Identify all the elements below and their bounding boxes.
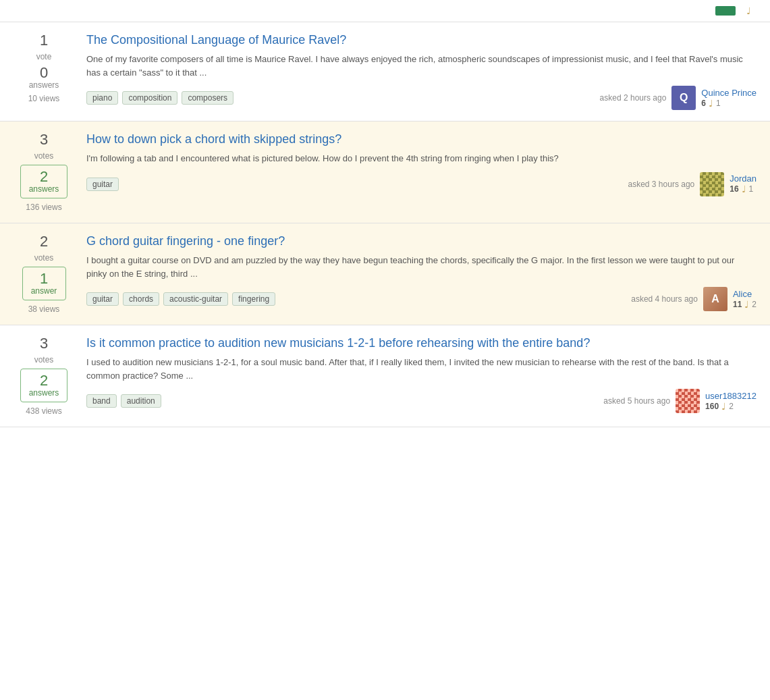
asked-time: asked 2 hours ago bbox=[600, 93, 667, 103]
user-name[interactable]: Alice bbox=[733, 289, 752, 299]
tag[interactable]: audition bbox=[121, 394, 161, 408]
user-details: user1883212 160 ♩ 2 bbox=[705, 391, 757, 412]
question-excerpt: I bought a guitar course on DVD and am p… bbox=[86, 254, 757, 280]
answer-zero: 0 bbox=[40, 65, 48, 80]
avatar bbox=[700, 172, 724, 196]
tags-and-user: guitar asked 3 hours ago Jordan 16 ♩ 1 bbox=[86, 172, 757, 196]
question-item: 1 vote 0 answers 10 views The Compositio… bbox=[0, 22, 770, 122]
answer-label: answers bbox=[29, 184, 59, 194]
question-excerpt: I'm following a tab and I encountered wh… bbox=[86, 152, 757, 165]
answer-number: 2 bbox=[40, 169, 48, 184]
music-note-icon: ♩ bbox=[721, 401, 726, 412]
answer-number: 2 bbox=[40, 373, 48, 388]
tags: pianocompositioncomposers bbox=[86, 91, 233, 105]
music-note-icon: ♩ bbox=[742, 184, 746, 194]
avatar: A bbox=[703, 287, 727, 311]
question-stats: 3 votes 2 answers 136 views bbox=[13, 132, 74, 212]
user-rep-info: 6 ♩ 1 bbox=[701, 98, 757, 109]
user-details: Alice 11 ♩ 2 bbox=[733, 289, 757, 310]
views-count: 438 views bbox=[26, 406, 61, 416]
badge-count: 1 bbox=[716, 99, 721, 108]
tag[interactable]: guitar bbox=[86, 178, 119, 191]
user-name[interactable]: Jordan bbox=[730, 173, 757, 184]
question-excerpt: One of my favorite composers of all time… bbox=[86, 53, 757, 79]
rep-number: 6 bbox=[701, 99, 706, 108]
user-info: asked 5 hours ago user1883212 160 ♩ 2 bbox=[603, 389, 757, 413]
user-name[interactable]: user1883212 bbox=[705, 391, 757, 401]
user-rep-info: 16 ♩ 1 bbox=[730, 184, 757, 194]
question-title[interactable]: Is it common practice to audition new mu… bbox=[86, 336, 757, 350]
user-info: asked 3 hours ago Jordan 16 ♩ 1 bbox=[628, 172, 757, 196]
answer-label: answer bbox=[31, 286, 57, 296]
vote-count: 2 bbox=[40, 234, 48, 249]
tag[interactable]: band bbox=[86, 394, 117, 408]
rep-number: 160 bbox=[705, 402, 719, 411]
asked-time: asked 4 hours ago bbox=[631, 294, 698, 304]
user-info: asked 2 hours ago Q Quince Prince 6 ♩ 1 bbox=[600, 86, 757, 110]
rep-number: 11 bbox=[733, 300, 742, 309]
user-name[interactable]: Quince Prince bbox=[701, 88, 757, 98]
question-content: G chord guitar fingering - one finger? I… bbox=[86, 234, 757, 311]
asked-time: asked 5 hours ago bbox=[603, 396, 670, 406]
question-content: The Compositional Language of Maurice Ra… bbox=[86, 33, 757, 110]
question-stats: 1 vote 0 answers 10 views bbox=[13, 33, 74, 103]
vote-label: votes bbox=[34, 355, 54, 365]
question-stats: 2 votes 1 answer 38 views bbox=[13, 234, 74, 314]
tags-and-user: guitarchordsacoustic-guitarfingering ask… bbox=[86, 287, 757, 311]
user-rep-info: 160 ♩ 2 bbox=[705, 401, 757, 412]
views-count: 38 views bbox=[28, 304, 60, 314]
question-item: 3 votes 2 answers 438 views Is it common… bbox=[0, 325, 770, 427]
tag[interactable]: composers bbox=[182, 91, 233, 105]
tag[interactable]: guitar bbox=[86, 292, 119, 306]
music-note-icon: ♩ bbox=[744, 299, 749, 310]
question-content: Is it common practice to audition new mu… bbox=[86, 336, 757, 413]
vote-count: 3 bbox=[40, 132, 48, 147]
answer-number: 1 bbox=[40, 271, 48, 286]
user-details: Jordan 16 ♩ 1 bbox=[730, 173, 757, 194]
question-content: How to down pick a chord with skipped st… bbox=[86, 132, 757, 196]
question-item: 3 votes 2 answers 136 views How to down … bbox=[0, 122, 770, 223]
user-rep-info: 11 ♩ 2 bbox=[733, 299, 757, 310]
tag[interactable]: piano bbox=[86, 91, 118, 105]
user-info: asked 4 hours ago A Alice 11 ♩ 2 bbox=[631, 287, 757, 311]
badge-count: 2 bbox=[729, 402, 734, 411]
answer-label-plain: answers bbox=[29, 80, 59, 90]
views-count: 10 views bbox=[28, 94, 60, 103]
question-stats: 3 votes 2 answers 438 views bbox=[13, 336, 74, 416]
vote-label: votes bbox=[34, 151, 54, 161]
vote-count: 1 bbox=[40, 33, 48, 48]
views-count: 136 views bbox=[26, 203, 61, 212]
tag[interactable]: acoustic-guitar bbox=[163, 292, 228, 306]
tag[interactable]: composition bbox=[122, 91, 177, 105]
tag[interactable]: chords bbox=[123, 292, 159, 306]
avatar: Q bbox=[671, 86, 696, 110]
tag[interactable]: fingering bbox=[232, 292, 275, 306]
vote-count: 3 bbox=[40, 336, 48, 351]
asked-time: asked 3 hours ago bbox=[628, 180, 695, 189]
tags: guitarchordsacoustic-guitarfingering bbox=[86, 292, 275, 306]
answers-box: 2 answers bbox=[20, 369, 68, 402]
top-bar-right: ♩ bbox=[710, 5, 757, 16]
vote-label: votes bbox=[34, 253, 54, 263]
question-list: ♩ 1 vote 0 answers 10 views The Composit… bbox=[0, 0, 770, 427]
top-bar: ♩ bbox=[0, 0, 770, 22]
answers-box: 1 answer bbox=[22, 267, 66, 300]
question-excerpt: I used to audition new musicians 1-2-1, … bbox=[86, 356, 757, 382]
vote-label: vote bbox=[36, 52, 52, 61]
question-title[interactable]: How to down pick a chord with skipped st… bbox=[86, 132, 757, 146]
badge-count: 1 bbox=[749, 184, 754, 194]
tags-and-user: pianocompositioncomposers asked 2 hours … bbox=[86, 86, 757, 110]
question-item: 2 votes 1 answer 38 views G chord guitar… bbox=[0, 223, 770, 325]
music-note-icon: ♩ bbox=[709, 98, 713, 109]
tags: guitar bbox=[86, 178, 119, 191]
tags: bandaudition bbox=[86, 394, 161, 408]
badge-count: 2 bbox=[752, 300, 757, 309]
avatar bbox=[676, 389, 700, 413]
question-title[interactable]: G chord guitar fingering - one finger? bbox=[86, 234, 757, 248]
tags-and-user: bandaudition asked 5 hours ago user18832… bbox=[86, 389, 757, 413]
question-title[interactable]: The Compositional Language of Maurice Ra… bbox=[86, 33, 757, 47]
rep-number: 16 bbox=[730, 184, 738, 194]
answers-box: 2 answers bbox=[20, 165, 68, 198]
questions-container: 1 vote 0 answers 10 views The Compositio… bbox=[0, 22, 770, 427]
green-indicator bbox=[715, 6, 736, 16]
